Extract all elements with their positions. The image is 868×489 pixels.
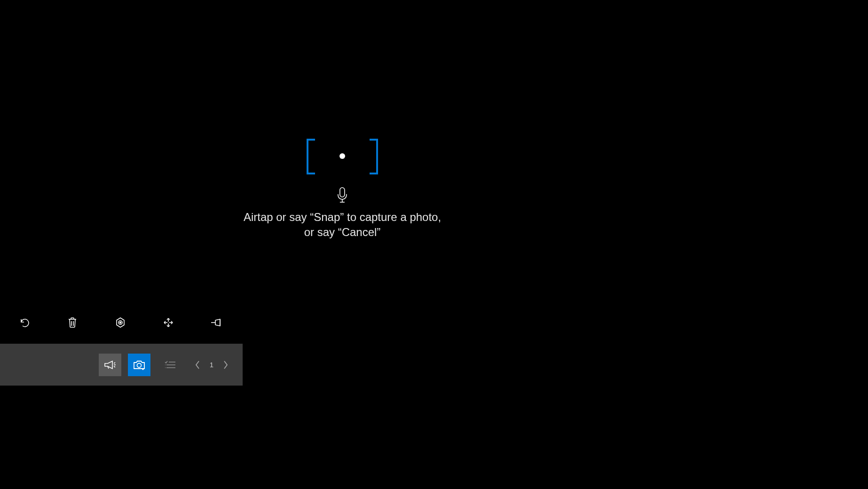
voice-prompt-area: Airtap or say “Snap” to capture a photo,… bbox=[244, 187, 441, 240]
undo-button[interactable] bbox=[18, 316, 31, 329]
camera-button[interactable] bbox=[128, 354, 150, 376]
announce-button[interactable] bbox=[99, 354, 121, 376]
pin-icon bbox=[211, 318, 222, 327]
svg-rect-0 bbox=[340, 188, 345, 197]
delete-button[interactable] bbox=[66, 316, 79, 329]
frame-bracket-right bbox=[370, 139, 378, 174]
delete-icon bbox=[68, 317, 77, 328]
undo-icon bbox=[19, 317, 30, 328]
camera-icon bbox=[133, 360, 145, 370]
move-button[interactable] bbox=[162, 316, 175, 329]
slide-number: 1 bbox=[206, 361, 217, 369]
slide-nav-group: 1 bbox=[189, 354, 234, 376]
task-list-button[interactable] bbox=[161, 354, 180, 376]
microphone-icon bbox=[337, 187, 347, 203]
svg-line-11 bbox=[114, 366, 115, 367]
svg-point-7 bbox=[120, 322, 121, 323]
gaze-cursor-dot bbox=[339, 153, 345, 159]
frame-bracket-left bbox=[307, 139, 315, 174]
move-icon bbox=[163, 317, 174, 328]
slideshow-control-bar: 1 bbox=[0, 344, 243, 386]
prev-slide-button[interactable] bbox=[189, 354, 206, 376]
task-list-icon bbox=[165, 361, 176, 369]
pin-button[interactable] bbox=[210, 316, 223, 329]
chevron-left-icon bbox=[195, 360, 200, 370]
svg-line-9 bbox=[114, 363, 115, 363]
anchor-icon bbox=[115, 317, 126, 328]
capture-instruction-text: Airtap or say “Snap” to capture a photo,… bbox=[244, 210, 441, 240]
camera-viewport[interactable]: Airtap or say “Snap” to capture a photo,… bbox=[0, 0, 685, 386]
capture-frame bbox=[307, 139, 378, 174]
anchor-button[interactable] bbox=[114, 316, 127, 329]
next-slide-button[interactable] bbox=[217, 354, 234, 376]
edit-toolbar bbox=[18, 316, 223, 329]
megaphone-icon bbox=[104, 360, 116, 370]
chevron-right-icon bbox=[223, 360, 229, 370]
svg-point-12 bbox=[137, 363, 142, 367]
